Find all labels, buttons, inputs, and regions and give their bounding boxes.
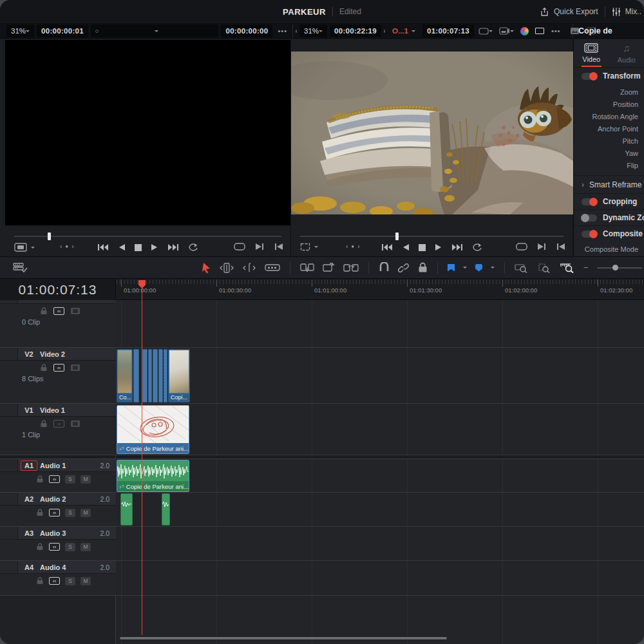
clip-v2-2[interactable] [133,349,139,402]
lock-icon[interactable] [36,509,44,516]
clip-a2-1[interactable] [120,493,133,526]
overwrite-clip-icon[interactable] [323,262,335,273]
source-video-display[interactable] [5,40,290,225]
marker-icon[interactable] [475,264,482,272]
chevron-down-icon[interactable] [491,267,495,270]
clip-v2-5[interactable] [153,349,158,402]
track-lane-a3[interactable] [116,527,644,561]
snapping-magnet-icon[interactable] [379,262,390,273]
frame-view-icon[interactable] [70,307,80,315]
source-duration-field[interactable]: 00:00:00:01 [37,24,88,37]
lock-icon[interactable] [40,364,48,372]
stop-button[interactable] [135,244,142,251]
track-header-v2[interactable]: V2Video 2 ‹› 8 Clips [0,348,116,404]
replace-clip-icon[interactable] [343,262,359,273]
mute-button[interactable]: M [80,509,91,517]
camera-overlay-button[interactable] [497,24,516,37]
timeline-scrubber[interactable] [300,232,564,240]
play-to-start-icon[interactable] [556,243,565,251]
selection-tool-icon[interactable] [201,262,211,274]
auto-select-icon[interactable]: ‹› [53,364,64,372]
smart-reframe-section[interactable]: › Smart Reframe [574,176,644,193]
lock-icon[interactable] [36,577,44,585]
safe-area-button[interactable] [533,24,546,37]
prop-zoom[interactable]: Zoom [574,86,644,98]
clip-v2-1[interactable]: Co... [117,349,133,402]
dynamic-zoom-toggle[interactable] [582,214,597,222]
play-button[interactable] [151,243,158,251]
last-frame-button[interactable] [452,243,462,251]
clip-v2-6[interactable] [158,349,163,402]
timeline-track-content[interactable]: Co... Copi... [116,300,644,644]
position-lock-icon[interactable] [418,262,428,273]
last-frame-button[interactable] [168,243,178,251]
track-header-v1[interactable]: V1Video 1 ‹› 1 Clip [0,404,116,455]
viewer-more-button[interactable]: ••• [549,27,564,35]
mute-button[interactable]: M [80,543,91,551]
timeline-hscroll-track[interactable] [116,636,644,641]
auto-select-icon[interactable]: ‹› [49,577,60,585]
track-lane-v2[interactable] [116,348,644,404]
timeline-ruler[interactable]: 01:00:00:00 01:00:30:00 01:01:00:00 01:0… [116,279,644,300]
track-header-a3[interactable]: A3Audio 32.0 ‹› S M [0,527,116,561]
source-scrubber-handle[interactable] [48,232,51,240]
prop-flip[interactable]: Flip [574,159,644,171]
track-lane-a2[interactable] [116,493,644,527]
first-frame-button[interactable] [382,243,392,251]
track-lane-v3[interactable] [116,300,644,348]
track-header-v3[interactable]: V3Video 3 ‹› 0 Clip [0,300,116,348]
prop-composite-mode[interactable]: Composite Mode [574,243,644,255]
play-to-end-icon[interactable] [538,243,546,251]
play-reverse-button[interactable] [118,243,125,251]
link-clips-icon[interactable] [398,263,410,273]
stop-button[interactable] [419,244,426,251]
first-frame-button[interactable] [98,243,108,251]
trim-edit-mode-icon[interactable] [220,263,234,273]
lock-icon[interactable] [36,543,44,551]
timeline-clip-select[interactable]: O...1 [388,24,420,37]
solo-button[interactable]: S [65,543,75,551]
source-clip-select[interactable] [91,24,218,37]
solo-button[interactable]: S [65,475,75,484]
clip-v2-4[interactable] [148,349,152,402]
clip-v2-8[interactable]: Copi... [168,349,190,402]
source-zoom-select[interactable]: 31% [6,24,34,37]
auto-select-icon[interactable]: ‹› [53,307,64,315]
prop-position[interactable]: Position [574,98,644,110]
auto-select-icon[interactable]: ‹› [49,475,60,483]
clip-v1[interactable]: Copie de Parkeur ani... [117,405,189,454]
zoom-out-button[interactable]: − [583,263,589,272]
lock-icon[interactable] [40,420,48,428]
mask-overlay-button[interactable] [477,24,495,37]
mixer-button[interactable]: Mix.. [612,7,641,17]
play-to-end-icon[interactable] [256,243,264,251]
timeline-hscroll-thumb[interactable] [119,636,448,640]
clip-a1[interactable]: Copie de Parkeur ani... [117,460,189,492]
playhead-line[interactable] [142,288,143,635]
clip-a2-2[interactable] [162,493,170,526]
clip-v2-3[interactable] [142,349,147,402]
track-lane-a4[interactable] [116,561,644,596]
timeline-scrubber-handle[interactable] [395,232,399,240]
auto-select-icon[interactable]: ‹› [49,509,60,516]
solo-button[interactable]: S [65,509,75,517]
loop-range-icon[interactable] [516,243,527,251]
track-lane-v1[interactable] [116,404,644,455]
full-extent-zoom-icon[interactable] [515,263,529,273]
prop-rotation-angle[interactable]: Rotation Angle [574,110,644,122]
source-more-button[interactable]: ••• [275,27,290,35]
play-reverse-button[interactable] [402,243,409,251]
prop-yaw[interactable]: Yaw [574,147,644,159]
timeline-zoom-slider[interactable] [597,267,642,269]
razor-edit-mode-icon[interactable] [265,263,280,272]
timeline-timecode-field[interactable]: 01:00:07:13 [422,24,474,37]
mute-button[interactable]: M [80,475,91,484]
mute-button[interactable]: M [80,577,91,585]
source-scrubber[interactable] [14,232,281,240]
cropping-toggle[interactable] [582,198,597,205]
loop-button[interactable] [188,243,198,252]
clip-v2-7[interactable] [164,349,167,402]
dynamic-trim-mode-icon[interactable] [242,263,256,273]
timeline-duration-field[interactable]: 00:00:22:19 [330,24,381,37]
track-header-a2[interactable]: A2Audio 22.0 ‹› S M [0,493,116,527]
